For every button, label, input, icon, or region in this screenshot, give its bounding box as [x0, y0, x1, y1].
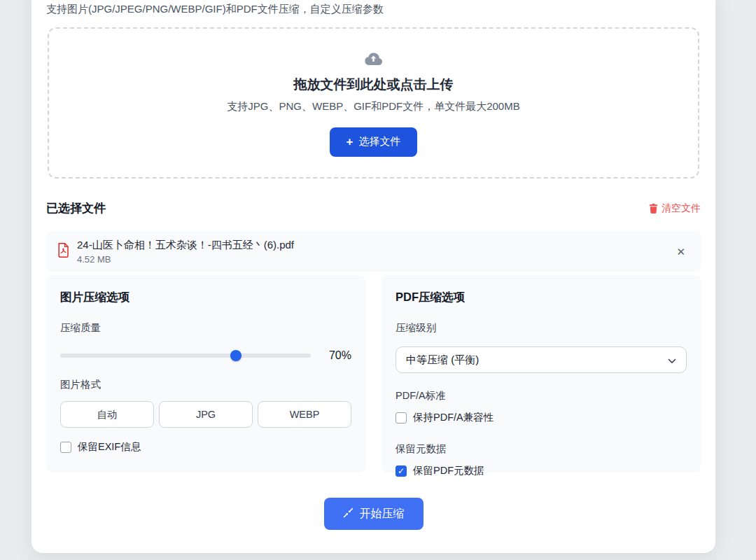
metadata-option[interactable]: 保留PDF元数据: [396, 464, 484, 477]
compression-level-label: 压缩级别: [396, 321, 687, 335]
quality-slider-row: 70%: [60, 349, 351, 362]
pdfa-checkbox-label: 保持PDF/A兼容性: [413, 411, 493, 424]
format-webp-button[interactable]: WEBP: [258, 401, 351, 428]
format-auto-button[interactable]: 自动: [60, 401, 154, 428]
trash-icon: [649, 204, 658, 214]
quality-slider-thumb[interactable]: [230, 350, 241, 361]
quality-slider[interactable]: [60, 350, 311, 361]
select-files-button[interactable]: + 选择文件: [330, 127, 418, 157]
compression-tool-card: 支持图片(JPG/JPEG/PNG/WEBP/GIF)和PDF文件压缩，自定义压…: [31, 0, 715, 553]
start-compression-label: 开始压缩: [360, 507, 405, 522]
compression-level-select[interactable]: 中等压缩 (平衡): [396, 346, 687, 373]
selected-files-heading: 已选择文件: [46, 200, 106, 216]
clear-files-label: 清空文件: [662, 202, 701, 215]
pdfa-option[interactable]: 保持PDF/A兼容性: [396, 411, 493, 424]
quality-value: 70%: [322, 349, 351, 362]
selected-files-header: 已选择文件 清空文件: [46, 200, 701, 216]
file-row: 24-山医卜命相！五术杂谈！-四书五经丶(6).pdf 4.52 MB ✕: [46, 231, 701, 272]
dropzone-title: 拖放文件到此处或点击上传: [294, 76, 454, 94]
image-options-panel: 图片压缩选项 压缩质量 70% 图片格式 自动 JPG WEBP 保留EXIF信…: [46, 275, 365, 472]
quality-label: 压缩质量: [60, 321, 351, 335]
dropzone-hint: 支持JPG、PNG、WEBP、GIF和PDF文件，单文件最大200MB: [227, 100, 519, 113]
select-files-label: 选择文件: [358, 135, 400, 148]
exif-checkbox[interactable]: [60, 442, 71, 453]
exif-option[interactable]: 保留EXIF信息: [60, 440, 141, 454]
image-options-title: 图片压缩选项: [60, 290, 351, 305]
pdf-options-panel: PDF压缩选项 压缩级别 中等压缩 (平衡) PDF/A标准 保持PDF/A兼容…: [382, 275, 701, 472]
compression-level-value: 中等压缩 (平衡): [406, 354, 479, 367]
compress-icon: [343, 507, 354, 521]
close-icon: ✕: [676, 246, 685, 258]
chevron-down-icon: [668, 354, 676, 366]
exif-label: 保留EXIF信息: [78, 440, 141, 454]
pdfa-standard-label: PDF/A标准: [396, 389, 687, 402]
actions-bar: 开始压缩: [46, 498, 701, 530]
tool-subtitle: 支持图片(JPG/JPEG/PNG/WEBP/GIF)和PDF文件压缩，自定义压…: [46, 3, 701, 16]
file-size: 4.52 MB: [77, 254, 666, 265]
pdf-options-title: PDF压缩选项: [396, 290, 687, 305]
upload-dropzone[interactable]: 拖放文件到此处或点击上传 支持JPG、PNG、WEBP、GIF和PDF文件，单文…: [48, 27, 699, 178]
file-meta: 24-山医卜命相！五术杂谈！-四书五经丶(6).pdf 4.52 MB: [77, 239, 666, 265]
start-compression-button[interactable]: 开始压缩: [324, 498, 424, 530]
metadata-label: 保留元数据: [396, 442, 687, 456]
metadata-checkbox-label: 保留PDF元数据: [413, 464, 484, 477]
plus-icon: +: [346, 136, 354, 148]
file-name: 24-山医卜命相！五术杂谈！-四书五经丶(6).pdf: [77, 239, 666, 252]
options-panels: 图片压缩选项 压缩质量 70% 图片格式 自动 JPG WEBP 保留EXIF信…: [46, 275, 701, 472]
format-jpg-button[interactable]: JPG: [159, 401, 253, 428]
cloud-upload-icon: [364, 50, 383, 69]
metadata-checkbox[interactable]: [396, 465, 407, 477]
slider-track: [60, 354, 311, 358]
remove-file-button[interactable]: ✕: [673, 244, 688, 260]
format-buttons: 自动 JPG WEBP: [60, 401, 351, 428]
pdfa-checkbox[interactable]: [396, 412, 407, 424]
clear-files-button[interactable]: 清空文件: [649, 202, 701, 215]
pdf-file-icon: [57, 243, 69, 260]
format-label: 图片格式: [60, 378, 351, 391]
